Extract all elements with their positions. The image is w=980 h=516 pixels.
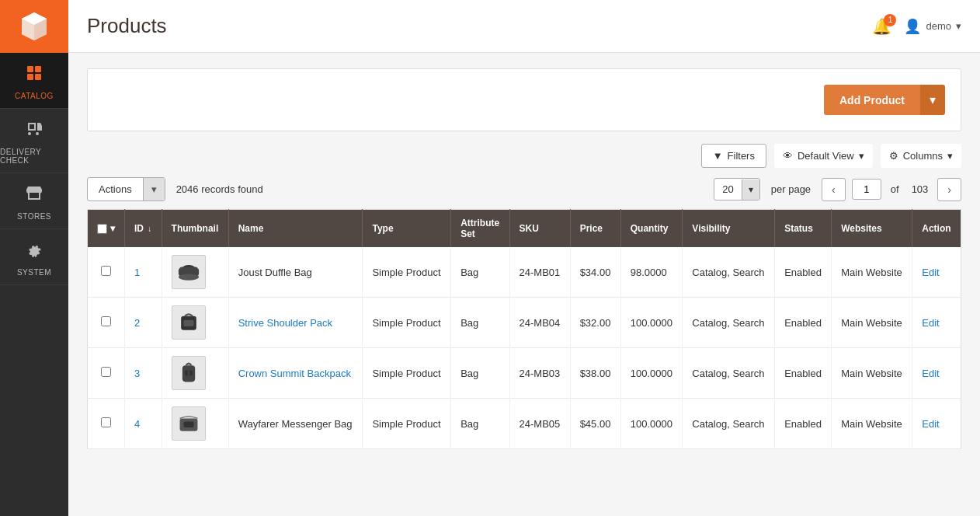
per-page-value: 20 (714, 179, 741, 200)
records-count: 2046 records found (176, 183, 263, 195)
user-menu-button[interactable]: 👤 demo ▾ (904, 18, 961, 35)
add-product-button-group: Add Product ▾ (824, 85, 945, 115)
row-websites-value: Main Website (841, 267, 902, 278)
row-type-value: Simple Product (372, 368, 440, 379)
stores-label: STORES (17, 212, 51, 221)
sidebar-item-catalog[interactable]: CATALOG (0, 53, 68, 109)
actions-arrow-icon: ▾ (143, 178, 165, 200)
status-badge: Enabled (784, 418, 822, 430)
page-number-input[interactable] (852, 179, 881, 200)
th-id[interactable]: ID ↓ (125, 210, 162, 248)
default-view-button[interactable]: 👁 Default View ▾ (774, 144, 873, 168)
th-status[interactable]: Status (775, 210, 832, 248)
row-checkbox[interactable] (101, 367, 111, 377)
row-visibility-value: Catalog, Search (692, 267, 764, 278)
th-attribute-set[interactable]: AttributeSet (451, 210, 509, 248)
row-name: Wayfarer Messenger Bag (228, 399, 363, 449)
row-attribute-set: Bag (451, 348, 509, 399)
th-price[interactable]: Price (570, 210, 620, 248)
row-price-value: $38.00 (580, 368, 611, 379)
row-status: Enabled (775, 348, 832, 399)
row-id-link[interactable]: 4 (134, 418, 140, 430)
row-checkbox[interactable] (101, 417, 111, 427)
row-action: Edit (912, 298, 961, 348)
row-name-link[interactable]: Strive Shoulder Pack (238, 317, 332, 329)
per-page-select[interactable]: 20 ▾ (714, 178, 759, 200)
actions-dropdown[interactable]: Actions ▾ (87, 177, 165, 201)
columns-button[interactable]: ⚙ Columns ▾ (881, 144, 961, 168)
row-sku-value: 24-MB01 (520, 267, 561, 278)
row-quantity-value: 100.0000 (631, 418, 672, 430)
catalog-label: CATALOG (15, 92, 54, 100)
row-quantity: 98.0000 (620, 247, 683, 298)
row-websites: Main Website (832, 298, 912, 348)
pagination-prev-button[interactable]: ‹ (822, 178, 846, 201)
row-quantity: 100.0000 (620, 348, 683, 399)
product-thumbnail (172, 406, 206, 441)
select-all-checkbox-group[interactable]: ▾ (97, 223, 115, 234)
row-id-link[interactable]: 2 (134, 317, 140, 329)
row-id: 2 (125, 298, 162, 348)
add-product-dropdown-button[interactable]: ▾ (920, 85, 945, 115)
row-visibility: Catalog, Search (683, 348, 775, 399)
row-price-value: $32.00 (580, 317, 611, 329)
row-websites: Main Website (832, 348, 912, 399)
row-type: Simple Product (363, 348, 451, 399)
sidebar-item-delivery[interactable]: DELIVERY CHECK (0, 109, 68, 173)
system-label: SYSTEM (17, 268, 51, 277)
product-thumbnail (172, 305, 206, 340)
product-thumbnail (172, 255, 206, 289)
status-badge: Enabled (784, 267, 822, 278)
row-edit-link[interactable]: Edit (922, 317, 939, 329)
row-edit-link[interactable]: Edit (922, 368, 939, 379)
product-thumbnail (172, 356, 206, 390)
columns-chevron-icon: ▾ (947, 150, 953, 162)
row-attribute-set: Bag (451, 399, 509, 449)
row-sku: 24-MB04 (509, 298, 570, 348)
th-visibility[interactable]: Visibility (683, 210, 775, 248)
row-websites-value: Main Website (841, 317, 902, 329)
row-checkbox-cell (88, 298, 125, 348)
actions-label: Actions (88, 178, 143, 200)
view-chevron-icon: ▾ (859, 150, 864, 162)
th-quantity[interactable]: Quantity (620, 210, 683, 248)
row-edit-link[interactable]: Edit (922, 418, 939, 430)
row-name: Crown Summit Backpack (228, 348, 363, 399)
th-name[interactable]: Name (228, 210, 363, 248)
row-name-text: Joust Duffle Bag (238, 267, 312, 278)
svg-rect-3 (35, 74, 41, 80)
row-price: $34.00 (570, 247, 620, 298)
per-page-label: per page (771, 183, 811, 195)
row-checkbox[interactable] (101, 316, 111, 326)
row-quantity-value: 100.0000 (631, 368, 672, 379)
table-row: 2 Strive Shoulder Pack Simple Product Ba… (88, 298, 961, 348)
notifications-button[interactable]: 🔔 1 (872, 17, 891, 36)
row-thumbnail (162, 399, 228, 449)
row-price: $38.00 (570, 348, 620, 399)
row-checkbox-cell (88, 348, 125, 399)
filters-button[interactable]: ▼ Filters (701, 144, 766, 168)
table-header-row: ▾ ID ↓ Thumbnail Name Type AttributeSet … (88, 210, 961, 248)
delivery-icon (25, 120, 43, 143)
row-edit-link[interactable]: Edit (922, 267, 939, 278)
th-sku[interactable]: SKU (509, 210, 570, 248)
row-id-link[interactable]: 1 (134, 267, 140, 278)
select-all-checkbox[interactable] (97, 224, 107, 234)
sidebar-item-stores[interactable]: STORES (0, 173, 68, 229)
logo[interactable] (0, 0, 68, 53)
row-name-link[interactable]: Crown Summit Backpack (238, 368, 351, 379)
sidebar-item-system[interactable]: SYSTEM (0, 229, 68, 285)
delivery-label: DELIVERY CHECK (0, 148, 68, 165)
th-websites[interactable]: Websites (832, 210, 912, 248)
pagination-next-button[interactable]: › (937, 178, 961, 201)
row-checkbox-cell (88, 247, 125, 298)
page-of-label: of (891, 183, 899, 195)
add-product-button[interactable]: Add Product (824, 85, 920, 115)
row-status: Enabled (775, 298, 832, 348)
th-action: Action (912, 210, 961, 248)
row-checkbox[interactable] (101, 266, 111, 276)
filters-toolbar: ▼ Filters 👁 Default View ▾ ⚙ Columns ▾ (87, 144, 961, 168)
row-id-link[interactable]: 3 (134, 368, 140, 379)
th-type[interactable]: Type (363, 210, 451, 248)
row-visibility-value: Catalog, Search (692, 368, 764, 379)
